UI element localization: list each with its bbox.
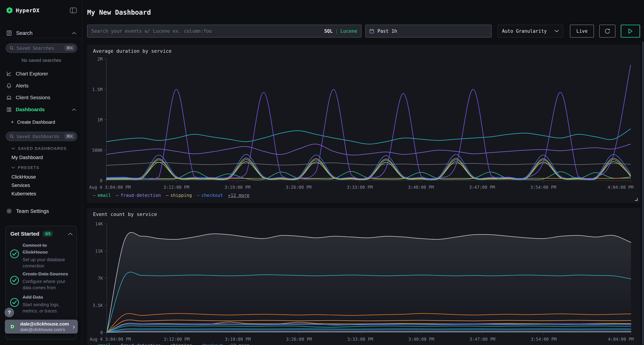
sidebar-item-chart-explorer[interactable]: Chart Explorer: [6, 69, 76, 78]
x-axis-tick-label: Aug 4 3:04:00 PM: [90, 337, 131, 342]
series-email: [106, 160, 630, 180]
sidebar-item-clickhouse[interactable]: ClickHouse: [12, 174, 36, 180]
event-search-input[interactable]: Search your events w/ Lucene ex. column:…: [87, 25, 362, 37]
legend-item-email[interactable]: —email: [93, 193, 111, 198]
saved-dashboards-input[interactable]: Saved Dashboards ⌘K: [6, 132, 77, 141]
shortcut-badge: ⌘K: [64, 45, 75, 51]
y-axis-tick-label: 11K: [95, 249, 103, 254]
y-axis-tick-label: 3.5K: [92, 303, 103, 308]
time-range-picker[interactable]: Past 1h: [365, 25, 492, 37]
avatar: D: [8, 322, 17, 331]
run-query-button[interactable]: [621, 25, 640, 37]
legend-label: shipping: [170, 193, 192, 198]
divider: [0, 38, 82, 38]
plus-icon: +: [11, 119, 14, 125]
legend-swatch: —: [116, 193, 118, 198]
legend-item-email[interactable]: —email: [93, 343, 111, 345]
sql-toggle[interactable]: SQL: [324, 28, 332, 34]
live-button[interactable]: Live: [570, 25, 594, 37]
get-started-item-title: Create Data Sources: [22, 271, 72, 277]
create-dashboard-button[interactable]: + Create Dashboard: [11, 118, 55, 126]
legend-label: email: [98, 343, 111, 345]
legend-item-fraud-detection[interactable]: —fraud-detection: [116, 193, 161, 198]
saved-dashboards-group-header[interactable]: SAVED DASHBOARDS: [12, 146, 67, 151]
get-started-item[interactable]: Create Data Sources Configure where your…: [10, 271, 72, 291]
y-axis-tick-label: 14K: [95, 222, 103, 227]
user-team: dale@clickhouse.com's: [20, 327, 73, 332]
create-dashboard-label: Create Dashboard: [17, 119, 55, 125]
event-count-chart[interactable]: 14K11K7K3.5K0Aug 4 3:04:00 PM3:12:00 PM3…: [87, 208, 640, 345]
chevron-right-icon: ›: [73, 323, 75, 330]
chevron-up-icon[interactable]: [68, 233, 73, 235]
get-started-item-desc: Set up your database connection: [22, 257, 72, 269]
laptop-icon: [6, 95, 12, 100]
get-started-item[interactable]: Add Data Start sending logs, metrics, or…: [10, 294, 72, 314]
x-axis-tick-label: 3:26:00 PM: [286, 337, 312, 342]
x-axis-tick-label: 3:40:00 PM: [408, 337, 434, 342]
sidebar-item-label: Chart Explorer: [16, 71, 76, 77]
sidebar-item-client-sessions[interactable]: Client Sessions: [6, 93, 76, 102]
search-icon: [9, 46, 14, 50]
hyperdx-logo-icon: [6, 7, 13, 14]
team-settings-label: Team Settings: [16, 208, 76, 214]
sidebar-collapse-button[interactable]: [70, 7, 77, 14]
user-menu[interactable]: D dale@clickhouse.com dale@clickhouse.co…: [5, 320, 78, 334]
help-button[interactable]: ?: [5, 308, 14, 317]
legend-item-fraud-detection[interactable]: —fraud-detection: [116, 343, 161, 345]
check-circle-icon: [10, 276, 19, 285]
saved-searches-placeholder: Saved Searches: [16, 45, 64, 51]
sidebar-section-search[interactable]: Search: [6, 29, 76, 37]
sidebar-section-search-label: Search: [16, 30, 72, 36]
sidebar-item-label: Alerts: [16, 83, 76, 89]
y-axis-tick-label: 1M: [97, 117, 102, 122]
legend-item-checkout[interactable]: —checkout: [197, 193, 223, 198]
x-axis-tick-label: 3:19:00 PM: [225, 337, 251, 342]
x-axis-tick-label: 3:26:00 PM: [286, 185, 312, 190]
check-circle-icon: [10, 298, 19, 307]
search-icon: [9, 134, 14, 139]
sidebar-item-kubernetes[interactable]: Kubernetes: [12, 191, 36, 197]
chevron-up-icon: [72, 32, 76, 34]
legend-label: +12 more: [228, 343, 249, 345]
group-title: PRESETS: [18, 165, 39, 170]
lucene-toggle[interactable]: Lucene: [340, 28, 357, 34]
refresh-button[interactable]: [599, 25, 616, 37]
x-axis-tick-label: 3:40:00 PM: [408, 185, 434, 190]
avg-duration-chart[interactable]: 2M1.5M1M500K0Aug 4 3:04:00 PM3:12:00 PM3…: [87, 45, 640, 203]
live-label: Live: [576, 28, 588, 34]
legend-item-shipping[interactable]: —shipping: [166, 343, 192, 345]
brand-name: HyperDX: [16, 7, 40, 13]
search-journal-icon: [6, 30, 12, 36]
user-email: dale@clickhouse.com: [20, 321, 73, 327]
resize-handle[interactable]: [635, 198, 638, 201]
saved-searches-input[interactable]: Saved Searches ⌘K: [6, 43, 77, 53]
get-started-item-desc: Configure where your data comes from: [22, 278, 72, 291]
sidebar-item-my-dashboard[interactable]: My Dashboard: [12, 155, 43, 160]
legend-swatch: —: [116, 343, 118, 345]
sidebar-item-label: Client Sessions: [16, 95, 76, 100]
sidebar-item-team-settings[interactable]: Team Settings: [6, 207, 76, 215]
x-axis-tick-label: 4:04:00 PM: [608, 337, 634, 342]
legend-label: checkout: [202, 343, 223, 345]
legend-item-shipping[interactable]: —shipping: [166, 193, 192, 198]
sidebar-item-services[interactable]: Services: [12, 183, 30, 188]
vertical-scrollbar[interactable]: [642, 41, 644, 345]
granularity-select[interactable]: Auto Granularity: [498, 25, 563, 37]
get-started-item[interactable]: Connect to ClickHouse Set up your databa…: [10, 242, 72, 269]
x-axis-tick-label: 3:12:00 PM: [164, 337, 190, 342]
legend-item-checkout[interactable]: —checkout: [197, 343, 223, 345]
x-axis-tick-label: 3:12:00 PM: [163, 185, 189, 190]
sidebar-item-dashboards[interactable]: Dashboards: [6, 105, 76, 114]
x-axis-tick-label: 3:47:00 PM: [470, 337, 496, 342]
get-started-title: Get Started: [10, 231, 39, 237]
refresh-icon: [604, 28, 611, 34]
get-started-item-title: Connect to ClickHouse: [22, 242, 72, 256]
legend-more-link[interactable]: +12 more: [228, 193, 249, 198]
legend-more-link[interactable]: +12 more: [228, 343, 249, 345]
legend-label: checkout: [202, 193, 223, 198]
presets-group-header[interactable]: PRESETS: [12, 165, 39, 170]
x-axis-tick-label: 3:54:00 PM: [530, 337, 556, 342]
sidebar-item-alerts[interactable]: Alerts: [6, 81, 76, 90]
y-axis-tick-label: 7K: [98, 276, 103, 281]
check-circle-icon: [10, 249, 19, 259]
